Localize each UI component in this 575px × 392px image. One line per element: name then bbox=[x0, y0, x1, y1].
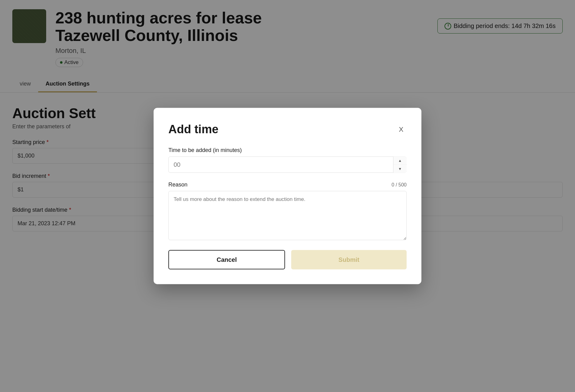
reason-label: Reason bbox=[168, 182, 187, 188]
cancel-button[interactable]: Cancel bbox=[168, 250, 285, 270]
modal-title: Add time bbox=[168, 123, 219, 136]
char-count: 0 / 500 bbox=[392, 182, 407, 187]
time-increment-button[interactable]: ▲ bbox=[393, 157, 407, 165]
time-label: Time to be added (in minutes) bbox=[168, 147, 407, 154]
reason-form-group: Reason 0 / 500 bbox=[168, 182, 407, 242]
close-icon: X bbox=[399, 126, 404, 134]
add-time-modal: Add time X Time to be added (in minutes)… bbox=[154, 108, 421, 284]
time-decrement-button[interactable]: ▼ bbox=[393, 165, 407, 173]
time-input-wrapper: ▲ ▼ bbox=[168, 157, 407, 173]
reason-textarea[interactable] bbox=[168, 191, 407, 240]
chevron-down-icon: ▼ bbox=[398, 167, 402, 171]
submit-button[interactable]: Submit bbox=[291, 250, 407, 270]
reason-label-row: Reason 0 / 500 bbox=[168, 182, 407, 188]
modal-close-button[interactable]: X bbox=[396, 124, 407, 135]
time-form-group: Time to be added (in minutes) ▲ ▼ bbox=[168, 147, 407, 173]
time-input[interactable] bbox=[168, 157, 407, 173]
modal-header: Add time X bbox=[168, 123, 407, 136]
modal-footer: Cancel Submit bbox=[168, 250, 407, 270]
chevron-up-icon: ▲ bbox=[398, 158, 402, 163]
time-spinners: ▲ ▼ bbox=[393, 157, 407, 173]
